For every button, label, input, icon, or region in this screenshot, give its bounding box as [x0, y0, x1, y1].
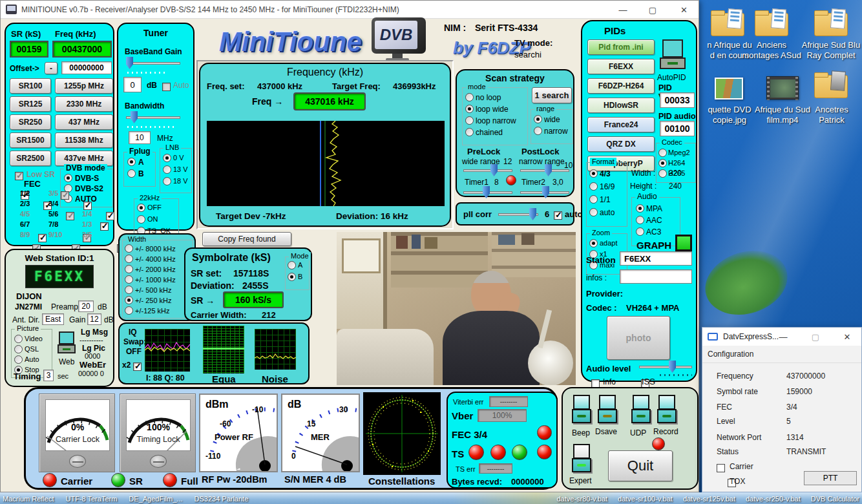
picture-qsl-radio[interactable] [14, 345, 23, 353]
preset-sr2500-button[interactable]: SR2500 [10, 151, 51, 166]
preset-sr100-button[interactable]: SR100 [10, 78, 51, 94]
timer2-slider[interactable] [520, 185, 569, 198]
dvb-s-radio[interactable] [64, 174, 72, 182]
fplug-b-radio[interactable] [127, 169, 136, 178]
taskbar-item-teraterm[interactable]: UTF-8 TeraTerm [65, 494, 117, 504]
lnb-13v-radio[interactable] [163, 165, 171, 174]
pid-audio-field[interactable]: 00100 [660, 121, 695, 136]
datv-menu-configuration[interactable]: Configuration [708, 350, 753, 359]
pll-auto-checkbox[interactable] [554, 211, 562, 220]
close-button[interactable]: ✕ [668, 1, 700, 19]
taskbar-item-sr100[interactable]: datve-sr100-v.bat [618, 494, 673, 504]
lnb-0v-radio[interactable] [163, 154, 171, 162]
autopid-icon[interactable] [660, 39, 686, 70]
bbgain-field[interactable]: 0 [123, 77, 142, 92]
pid-f6exx-button[interactable]: F6EXX [587, 59, 655, 74]
fec-6-7-checkbox[interactable] [100, 222, 109, 231]
narrowrange-slider[interactable] [520, 163, 569, 176]
datv-close-button[interactable]: ✕ [833, 328, 861, 346]
preset-sr125-button[interactable]: SR125 [10, 96, 51, 112]
picture-video-radio[interactable] [14, 335, 23, 343]
minimize-button[interactable]: — [609, 1, 637, 19]
format-auto-radio[interactable] [589, 208, 598, 216]
fplug-a-radio[interactable] [127, 158, 136, 166]
mode-noloop-radio[interactable] [465, 93, 474, 101]
width-8000-radio[interactable] [125, 244, 133, 253]
sr-mode-a-radio[interactable] [288, 261, 296, 269]
width-125-radio[interactable] [125, 306, 133, 315]
timing-lock-knob[interactable] [150, 455, 167, 468]
preset-sr1500-button[interactable]: SR1500 [10, 132, 51, 148]
desktop-icon-anciens-montages[interactable]: Anciensmontages ASud [739, 9, 804, 68]
iq-x2-checkbox[interactable] [133, 362, 142, 371]
preset-freq-437-button[interactable]: 437 MHz [55, 114, 113, 130]
taskbar-item-macrium[interactable]: Macrium Reflect [3, 494, 54, 504]
preset-freq-11538-button[interactable]: 11538 Mhz [55, 132, 113, 148]
codec-h264-radio[interactable] [658, 159, 667, 167]
sr-value[interactable]: 00159 [10, 41, 48, 58]
bandwidth-slider[interactable] [126, 110, 180, 123]
codec-mpeg2-radio[interactable] [658, 149, 667, 157]
widerange-slider[interactable] [463, 163, 512, 176]
graph-indicator[interactable] [675, 235, 692, 251]
dsave-switch[interactable] [598, 395, 617, 423]
pll-corr-slider[interactable] [498, 207, 538, 220]
expert-switch[interactable] [572, 444, 591, 472]
fec-3-5-checkbox[interactable] [61, 191, 69, 200]
freq-value[interactable]: 00437000 [52, 41, 112, 58]
format-169-radio[interactable] [589, 182, 598, 191]
fec-7-8-checkbox[interactable] [38, 234, 47, 242]
record-switch[interactable] [657, 395, 677, 423]
audio-level-slider[interactable] [639, 360, 692, 373]
width-2000-radio[interactable] [125, 265, 133, 273]
width-1000-radio[interactable] [125, 275, 133, 284]
datv-minimize-button[interactable]: — [770, 328, 797, 346]
pid-video-field[interactable]: 00033 [660, 92, 695, 108]
22khz-on-radio[interactable] [137, 215, 145, 224]
width-250-radio[interactable] [125, 296, 133, 304]
range-wide-radio[interactable] [534, 115, 542, 123]
preset-sr250-button[interactable]: SR250 [10, 114, 51, 130]
width-4000-radio[interactable] [125, 255, 133, 263]
datv-ptt-button[interactable]: PTT [804, 471, 857, 485]
udp-switch[interactable] [631, 395, 651, 423]
codec-h265-radio[interactable] [658, 169, 667, 178]
one-search-button[interactable]: 1 search [532, 87, 572, 103]
beep-switch[interactable] [572, 395, 591, 423]
audio-aac-radio[interactable] [636, 216, 644, 224]
preamp-field[interactable]: 20 [78, 300, 94, 312]
pid-f6dzp-h264-button[interactable]: F6DZP-H264 [587, 78, 655, 94]
mode-loopwide-radio[interactable] [465, 105, 474, 113]
format-11-radio[interactable] [589, 195, 598, 204]
station-input[interactable]: F6EXX [620, 251, 692, 266]
datv-maximize-button[interactable]: ▢ [802, 328, 829, 346]
photo-button[interactable]: photo [607, 316, 670, 360]
copy-freq-button[interactable]: Copy Freq found [202, 232, 291, 246]
picture-auto-radio[interactable] [14, 355, 23, 364]
mode-chained-radio[interactable] [465, 128, 474, 136]
preset-freq-1255-button[interactable]: 1255p MHz [55, 78, 113, 94]
datv-carrier-checkbox[interactable] [717, 464, 725, 472]
bandwidth-field[interactable]: 10 [129, 131, 151, 144]
22khz-off-radio[interactable] [137, 204, 145, 212]
quit-button[interactable]: Quit [608, 450, 673, 481]
offset-minus-button[interactable]: - [45, 62, 58, 74]
timer1-slider[interactable] [463, 185, 512, 198]
lnb-18v-radio[interactable] [163, 177, 171, 185]
desktop-icon-afrique-bluray[interactable]: Afrique Sud BluRay Complet [800, 9, 862, 68]
fec-5-6-checkbox[interactable] [106, 212, 114, 220]
mode-loopnarrow-radio[interactable] [465, 116, 474, 125]
antdir-field[interactable]: East [42, 313, 64, 325]
infos-input[interactable] [620, 269, 692, 284]
fec-4-5-checkbox[interactable] [66, 212, 74, 220]
carrier-lock-knob[interactable] [69, 455, 86, 468]
pid-france24-button[interactable]: France24 [587, 117, 655, 132]
preset-freq-2330-button[interactable]: 2330 MHz [55, 96, 113, 112]
fec-3-4-checkbox[interactable] [83, 202, 92, 210]
low-sr-checkbox[interactable] [15, 172, 23, 180]
taskbar-item-ds3234[interactable]: DS3234 Parlante [194, 494, 249, 504]
bbgain-auto-checkbox[interactable] [162, 83, 171, 91]
pid-from-ini-button[interactable]: Pid from .ini [587, 39, 655, 55]
zoom-adapt-radio[interactable] [589, 239, 598, 247]
offset-value-field[interactable]: 00000000 [61, 61, 112, 74]
